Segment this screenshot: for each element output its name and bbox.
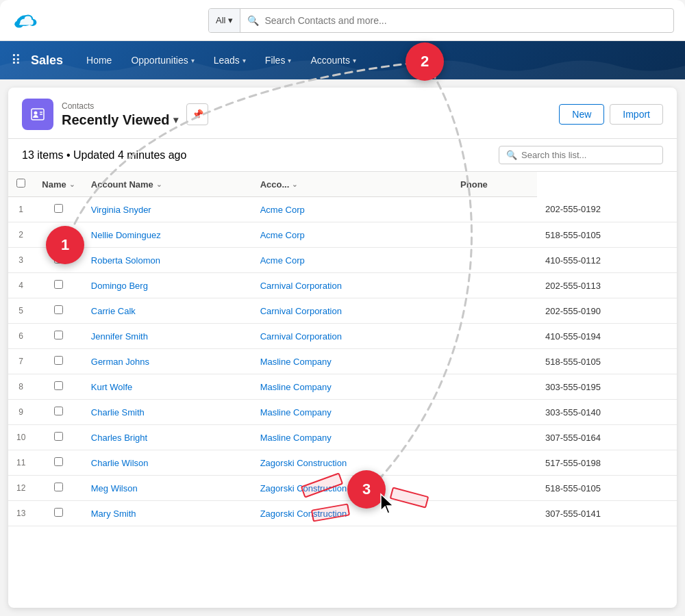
row-checkbox-cell[interactable] <box>34 349 82 374</box>
row-phone-cell: 202-555-0192 <box>537 197 677 222</box>
row-checkbox[interactable] <box>54 331 63 339</box>
account-name-link[interactable]: Carnival Corporation <box>260 281 342 291</box>
row-checkbox-cell[interactable] <box>34 298 82 324</box>
nav-item-home[interactable]: Home <box>77 41 121 79</box>
account-name-link[interactable]: Zagorski Construction <box>260 483 347 493</box>
account-name-link[interactable]: Acme Corp <box>260 205 305 215</box>
table-row: 5 Carrie Calk Carnival Corporation 202-5… <box>8 298 677 324</box>
nav-leads-label: Leads <box>214 55 240 66</box>
contact-name-link[interactable]: Mary Smith <box>91 509 136 519</box>
row-checkbox-cell[interactable] <box>34 248 82 273</box>
contacts-header: Contacts Recently Viewed ▾ 📌 New Import <box>8 88 677 139</box>
contacts-table-wrap: Name ⌄ Account Name ⌄ Ac <box>8 172 677 603</box>
table-header-row: Name ⌄ Account Name ⌄ Ac <box>8 172 677 197</box>
table-row: 4 Domingo Berg Carnival Corporation 202-… <box>8 273 677 298</box>
row-checkbox-cell[interactable] <box>34 197 82 222</box>
apps-grid-icon[interactable]: ⠿ <box>11 52 21 68</box>
row-name-cell: Roberta Solomon <box>83 248 252 273</box>
updated-text: Updated 4 minutes ago <box>73 149 186 161</box>
header-select-all[interactable] <box>8 172 34 197</box>
account-name-link[interactable]: Acme Corp <box>260 230 305 240</box>
row-checkbox[interactable] <box>54 356 63 365</box>
contact-name-link[interactable]: Charlie Wilson <box>91 458 149 468</box>
row-checkbox-cell[interactable] <box>34 400 82 425</box>
header-account-name[interactable]: Account Name ⌄ <box>83 172 252 197</box>
row-checkbox[interactable] <box>54 381 63 390</box>
account-name-link[interactable]: Masline Company <box>260 382 332 392</box>
row-acco-cell <box>452 324 537 349</box>
contact-name-link[interactable]: Roberta Solomon <box>91 255 160 266</box>
contact-name-link[interactable]: Kurt Wolfe <box>91 382 132 392</box>
nav-item-accounts[interactable]: Accounts ▾ <box>301 41 366 79</box>
row-number: 10 <box>8 425 34 450</box>
row-account-cell: Carnival Corporation <box>252 273 452 298</box>
account-name-link[interactable]: Zagorski Construction <box>260 509 347 519</box>
row-checkbox[interactable] <box>54 255 63 264</box>
contact-name-link[interactable]: Nellie Dominguez <box>91 230 161 240</box>
contacts-section-label: Contacts <box>62 101 178 111</box>
nav-item-files[interactable]: Files ▾ <box>256 41 301 79</box>
row-account-cell: Carnival Corporation <box>252 324 452 349</box>
search-list-input[interactable] <box>521 150 656 160</box>
row-name-cell: Nellie Dominguez <box>83 222 252 248</box>
row-checkbox-cell[interactable] <box>34 273 82 298</box>
pin-button[interactable]: 📌 <box>186 103 208 125</box>
search-input-wrap[interactable]: 🔍 <box>240 15 673 26</box>
row-checkbox-cell[interactable] <box>34 450 82 476</box>
row-phone-cell: 307-555-0141 <box>537 501 677 526</box>
account-name-link[interactable]: Masline Company <box>260 433 332 443</box>
nav-item-opportunities[interactable]: Opportunities ▾ <box>121 41 203 79</box>
items-info: 13 items • Updated 4 minutes ago <box>22 149 186 162</box>
account-name-link[interactable]: Carnival Corporation <box>260 331 342 342</box>
account-name-link[interactable]: Carnival Corporation <box>260 306 342 316</box>
contact-name-link[interactable]: Charles Bright <box>91 433 147 443</box>
search-input[interactable] <box>264 15 667 26</box>
row-acco-cell <box>452 349 537 374</box>
search-list-wrap[interactable]: 🔍 <box>499 146 663 164</box>
header-acco[interactable]: Acco... ⌄ <box>252 172 452 197</box>
search-container[interactable]: All ▾ 🔍 <box>208 8 674 33</box>
row-checkbox[interactable] <box>54 305 63 314</box>
row-checkbox-cell[interactable] <box>34 501 82 526</box>
contacts-icon-box <box>22 99 53 130</box>
row-account-cell: Zagorski Construction <box>252 476 452 501</box>
account-name-link[interactable]: Acme Corp <box>260 255 305 266</box>
contact-name-link[interactable]: Jennifer Smith <box>91 331 148 342</box>
row-checkbox[interactable] <box>54 204 63 213</box>
contacts-view[interactable]: Recently Viewed ▾ <box>62 112 178 128</box>
row-checkbox[interactable] <box>54 457 63 466</box>
header-account-name-label: Account Name <box>91 179 153 190</box>
contact-name-link[interactable]: Carrie Calk <box>91 306 136 316</box>
contact-name-link[interactable]: Domingo Berg <box>91 281 148 291</box>
row-checkbox[interactable] <box>54 483 63 491</box>
row-checkbox[interactable] <box>54 432 63 441</box>
contact-name-link[interactable]: Charlie Smith <box>91 407 145 418</box>
nav-opportunities-chevron: ▾ <box>191 57 195 64</box>
account-name-link[interactable]: Masline Company <box>260 357 332 367</box>
contacts-view-chevron: ▾ <box>173 114 178 125</box>
row-checkbox-cell[interactable] <box>34 374 82 400</box>
contact-name-link[interactable]: Virginia Snyder <box>91 205 151 215</box>
row-checkbox-cell[interactable] <box>34 476 82 501</box>
row-checkbox-cell[interactable] <box>34 425 82 450</box>
nav-item-leads[interactable]: Leads ▾ <box>204 41 256 79</box>
row-name-cell: Mary Smith <box>83 501 252 526</box>
contact-name-link[interactable]: German Johns <box>91 357 149 367</box>
import-button[interactable]: Import <box>610 104 663 125</box>
row-checkbox-cell[interactable] <box>34 222 82 248</box>
header-name[interactable]: Name ⌄ <box>34 172 82 197</box>
contact-name-link[interactable]: Meg Wilson <box>91 483 138 493</box>
row-checkbox-cell[interactable] <box>34 324 82 349</box>
search-filter-dropdown[interactable]: All ▾ <box>209 9 240 32</box>
nav-files-chevron: ▾ <box>288 57 291 64</box>
nav-app-title[interactable]: Sales <box>31 53 63 68</box>
account-name-link[interactable]: Zagorski Construction <box>260 458 347 468</box>
row-checkbox[interactable] <box>54 508 63 517</box>
row-checkbox[interactable] <box>54 229 63 238</box>
account-name-link[interactable]: Masline Company <box>260 407 332 418</box>
row-checkbox[interactable] <box>54 280 63 289</box>
row-checkbox[interactable] <box>54 407 63 415</box>
table-row: 9 Charlie Smith Masline Company 303-555-… <box>8 400 677 425</box>
select-all-checkbox[interactable] <box>16 179 25 188</box>
new-button[interactable]: New <box>559 104 604 125</box>
